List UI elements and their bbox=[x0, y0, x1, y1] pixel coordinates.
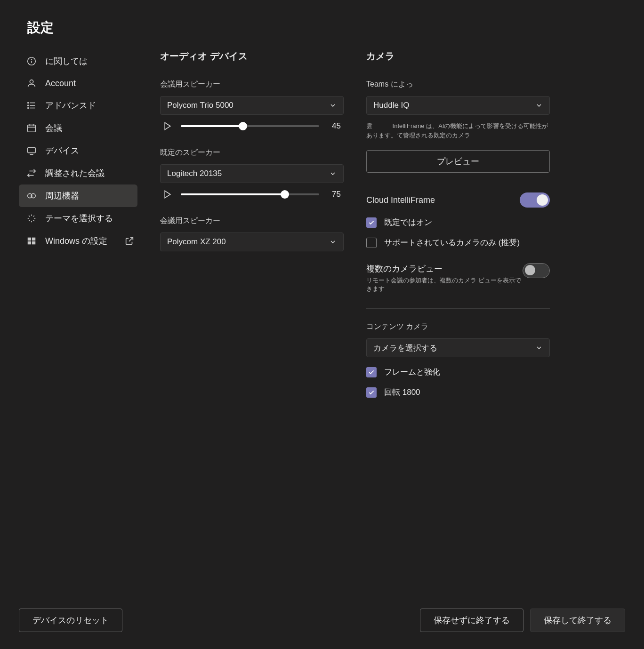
chevron-down-icon bbox=[535, 344, 543, 352]
sidebar-item-5[interactable]: 調整された会議 bbox=[19, 162, 137, 184]
teams-camera-select[interactable]: Huddle IQ bbox=[366, 96, 550, 115]
meeting-speaker-label: 会議用スピーカー bbox=[160, 80, 344, 89]
monitor-icon bbox=[26, 145, 37, 156]
sidebar-item-1[interactable]: Account bbox=[19, 72, 137, 94]
intelliframe-title: Cloud IntelliFrame bbox=[366, 195, 435, 205]
save-and-exit-button[interactable]: 保存して終了する bbox=[530, 609, 625, 632]
device-reset-button[interactable]: デバイスのリセット bbox=[19, 609, 122, 632]
sidebar-item-label: アドバンスド bbox=[45, 100, 96, 111]
account-icon bbox=[26, 78, 37, 88]
multi-view-sub: リモート会議の参加者は、複数のカメラ ビューを表示できます bbox=[366, 276, 523, 293]
content-camera-label: コンテンツ カメラ bbox=[366, 322, 550, 332]
sidebar-item-label: Account bbox=[45, 79, 76, 88]
page-title: 設定 bbox=[27, 19, 625, 37]
default-speaker-volume-slider[interactable] bbox=[181, 193, 319, 195]
chevron-down-icon bbox=[329, 170, 337, 177]
info-icon bbox=[26, 56, 37, 66]
audio-section-title: オーディオ デバイス bbox=[160, 50, 344, 63]
default-speaker-volume-value: 75 bbox=[328, 190, 341, 199]
default-speaker-label: 既定のスピーカー bbox=[160, 148, 344, 158]
play-icon[interactable] bbox=[163, 190, 172, 199]
svg-marker-24 bbox=[165, 123, 170, 130]
svg-rect-23 bbox=[32, 241, 35, 244]
sidebar-item-label: テーマを選択する bbox=[45, 213, 113, 224]
rotate-checkbox[interactable] bbox=[366, 387, 377, 398]
meeting-speaker-select[interactable]: Polycom Trio 5000 bbox=[160, 96, 344, 115]
sidebar-item-label: 周辺機器 bbox=[45, 190, 79, 201]
sidebar-item-0[interactable]: に関しては bbox=[19, 50, 137, 72]
svg-point-9 bbox=[28, 108, 29, 109]
sidebar-item-label: デバイス bbox=[45, 145, 79, 156]
sidebar-item-label: Windows の設定 bbox=[45, 235, 107, 247]
chevron-down-icon bbox=[329, 238, 337, 246]
meeting-speaker2-select[interactable]: Polycom XZ 200 bbox=[160, 232, 344, 251]
sidebar-item-3[interactable]: 会議 bbox=[19, 117, 137, 139]
rotate-label: 回転 1800 bbox=[384, 387, 420, 398]
svg-rect-14 bbox=[28, 148, 36, 153]
supported-only-label: サポートされているカメラのみ (推奨) bbox=[384, 237, 520, 248]
svg-rect-20 bbox=[28, 238, 31, 240]
meeting-speaker-volume-slider[interactable] bbox=[181, 125, 319, 127]
external-link-icon bbox=[124, 236, 135, 246]
sidebar-item-7[interactable]: テーマを選択する bbox=[19, 207, 137, 230]
meeting-speaker2-label: 会議用スピーカー bbox=[160, 216, 344, 226]
content-camera-select[interactable]: カメラを選択する bbox=[366, 338, 550, 357]
play-icon[interactable] bbox=[163, 121, 172, 131]
audio-column: オーディオ デバイス 会議用スピーカー Polycom Trio 5000 45… bbox=[160, 50, 344, 597]
svg-rect-10 bbox=[28, 125, 36, 132]
calendar-icon bbox=[26, 123, 37, 133]
sidebar-item-4[interactable]: デバイス bbox=[19, 139, 137, 162]
multi-view-toggle[interactable] bbox=[523, 263, 550, 278]
frame-enhance-checkbox[interactable] bbox=[366, 367, 377, 377]
peripherals-icon bbox=[26, 191, 37, 201]
sidebar-item-2[interactable]: アドバンスド bbox=[19, 94, 137, 117]
camera-column: カメラ Teams によっ Huddle IQ 雲 IntelliFrame は… bbox=[366, 50, 550, 597]
intelliframe-toggle[interactable] bbox=[520, 192, 550, 208]
sidebar-item-8[interactable]: Windows の設定 bbox=[19, 230, 137, 252]
default-on-checkbox[interactable] bbox=[366, 217, 377, 228]
sidebar-item-label: に関しては bbox=[45, 56, 88, 67]
svg-point-2 bbox=[32, 59, 32, 60]
list-icon bbox=[26, 100, 37, 111]
teams-camera-value: Huddle IQ bbox=[373, 101, 410, 110]
preview-button[interactable]: プレビュー bbox=[366, 150, 550, 173]
svg-point-7 bbox=[28, 103, 29, 104]
theme-icon bbox=[26, 213, 37, 224]
svg-point-8 bbox=[28, 105, 29, 106]
frame-enhance-label: フレームと強化 bbox=[384, 367, 440, 377]
meeting-speaker2-value: Polycom XZ 200 bbox=[167, 237, 226, 247]
teams-camera-label: Teams によっ bbox=[366, 80, 550, 89]
sidebar-item-6[interactable]: 周辺機器 bbox=[19, 184, 137, 207]
supported-only-checkbox[interactable] bbox=[366, 238, 377, 248]
content-camera-value: カメラを選択する bbox=[373, 343, 437, 353]
chevron-down-icon bbox=[535, 102, 543, 109]
svg-rect-22 bbox=[28, 241, 31, 244]
multi-view-title: 複数のカメラビュー bbox=[366, 263, 523, 274]
sidebar-item-label: 会議 bbox=[45, 122, 62, 134]
meeting-speaker-value: Polycom Trio 5000 bbox=[167, 101, 233, 110]
exit-without-save-button[interactable]: 保存せずに終了する bbox=[420, 609, 523, 632]
default-speaker-select[interactable]: Logitech 20135 bbox=[160, 164, 344, 183]
swap-icon bbox=[26, 168, 37, 178]
sidebar: に関してはAccountアドバンスド会議デバイス調整された会議周辺機器テーマを選… bbox=[19, 50, 160, 597]
default-on-label: 既定ではオン bbox=[384, 217, 432, 228]
svg-rect-21 bbox=[32, 238, 35, 240]
svg-marker-25 bbox=[165, 191, 170, 198]
chevron-down-icon bbox=[329, 102, 337, 109]
svg-point-3 bbox=[30, 80, 33, 83]
windows-icon bbox=[26, 236, 37, 246]
sidebar-item-label: 調整された会議 bbox=[45, 168, 105, 179]
meeting-speaker-volume-value: 45 bbox=[328, 121, 341, 131]
camera-section-title: カメラ bbox=[366, 50, 550, 63]
default-speaker-value: Logitech 20135 bbox=[167, 169, 222, 178]
camera-note: 雲 IntelliFrame は、AIの機能によって影響を受ける可能性があります… bbox=[366, 121, 550, 140]
